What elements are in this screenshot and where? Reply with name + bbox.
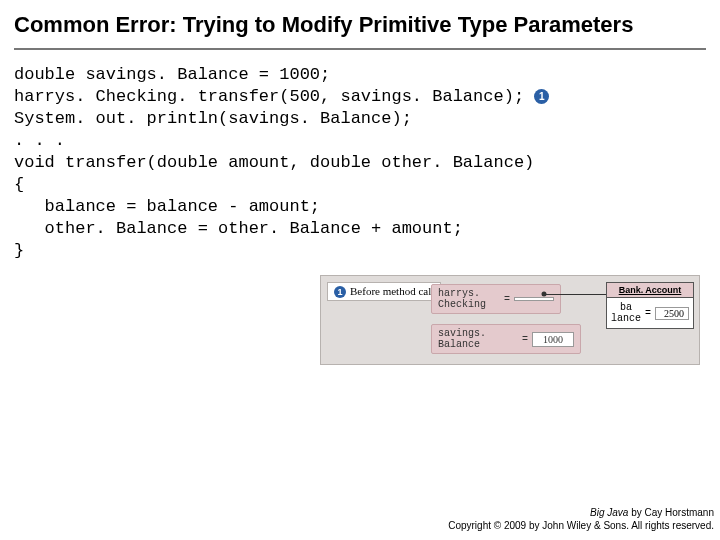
code-line: . . . — [14, 130, 706, 152]
ref-line — [544, 294, 606, 295]
code-line: void transfer(double amount, double othe… — [14, 152, 706, 174]
code-block: double savings. Balance = 1000;harrys. C… — [0, 64, 720, 262]
callout-badge-icon: 1 — [534, 89, 549, 104]
stage-text: Before method call — [350, 285, 434, 297]
code-text: { — [14, 175, 24, 194]
var2-name: savings. Balance — [438, 328, 518, 350]
object-bank-account: Bank. Account ba lance = 2500 — [606, 282, 694, 329]
title-rule — [14, 48, 706, 50]
code-line: { — [14, 174, 706, 196]
code-text: double savings. Balance = 1000; — [14, 65, 330, 84]
code-line: other. Balance = other. Balance + amount… — [14, 218, 706, 240]
code-line: System. out. println(savings. Balance); — [14, 108, 706, 130]
var1-ref-slot — [514, 297, 554, 301]
var-harrys-checking: harrys. Checking= — [431, 284, 561, 314]
book-title: Big Java — [590, 507, 628, 518]
equals-sign: = — [504, 294, 510, 305]
byline: by Cay Horstmann — [628, 507, 714, 518]
slide-title: Common Error: Trying to Modify Primitive… — [0, 0, 720, 44]
code-text: } — [14, 241, 24, 260]
object-field-value: 2500 — [655, 307, 689, 320]
code-line: double savings. Balance = 1000; — [14, 64, 706, 86]
code-text: void transfer(double amount, double othe… — [14, 153, 534, 172]
code-text: harrys. Checking. transfer(500, savings.… — [14, 87, 524, 106]
code-line: harrys. Checking. transfer(500, savings.… — [14, 86, 706, 108]
object-type: Bank. Account — [607, 283, 693, 298]
var1-name: harrys. Checking — [438, 288, 500, 310]
stage-badge-icon: 1 — [334, 286, 346, 298]
object-field-row: ba lance = 2500 — [607, 298, 693, 328]
equals-sign: = — [645, 308, 651, 319]
code-text: System. out. println(savings. Balance); — [14, 109, 412, 128]
var2-value: 1000 — [532, 332, 574, 347]
equals-sign: = — [522, 334, 528, 345]
code-line: balance = balance - amount; — [14, 196, 706, 218]
object-field-name: ba lance — [611, 302, 641, 324]
memory-diagram: 1Before method call harrys. Checking= sa… — [320, 275, 700, 365]
code-text: other. Balance = other. Balance + amount… — [14, 219, 463, 238]
diagram-stage-label: 1Before method call — [327, 282, 441, 301]
code-text: balance = balance - amount; — [14, 197, 320, 216]
footer-line1: Big Java by Cay Horstmann — [448, 506, 714, 519]
code-text: . . . — [14, 131, 65, 150]
var-savings-balance: savings. Balance= 1000 — [431, 324, 581, 354]
code-line: } — [14, 240, 706, 262]
copyright: Copyright © 2009 by John Wiley & Sons. A… — [448, 519, 714, 532]
footer: Big Java by Cay Horstmann Copyright © 20… — [448, 506, 714, 532]
